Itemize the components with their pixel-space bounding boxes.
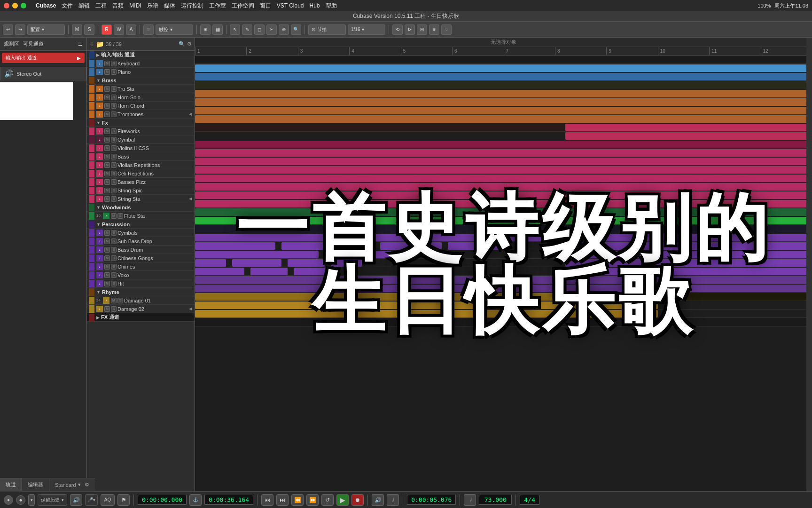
arrange-row-string-spic[interactable]: [195, 191, 812, 199]
snap-value[interactable]: ⊡ 节拍: [308, 24, 346, 35]
tempo-display[interactable]: 73.000: [479, 495, 512, 505]
record-button[interactable]: ⏺: [351, 494, 364, 506]
solo-chinese-gongs[interactable]: S: [111, 255, 117, 261]
track-item-violias[interactable]: ♪ M S Violias Repetitions: [87, 161, 195, 169]
block-sub-bass-4[interactable]: [448, 242, 509, 250]
tool-zoom[interactable]: 🔍: [291, 24, 301, 35]
arrange-row-cymbals[interactable]: [195, 233, 812, 242]
menu-help[interactable]: 帮助: [326, 2, 337, 10]
track-item-keyboard[interactable]: ♪ M S Keyboard: [87, 59, 195, 68]
track-item-string-sta[interactable]: ♪ M S String Sta ◀: [87, 195, 195, 203]
loop-btn[interactable]: ⟲: [392, 24, 403, 35]
menu-run[interactable]: 运行控制: [181, 2, 203, 10]
tool-eraser[interactable]: ◻: [254, 24, 265, 35]
mute-violins2[interactable]: M: [104, 145, 110, 151]
track-item-chinese-gongs[interactable]: ♪ M S Chinese Gongs: [87, 254, 195, 262]
inspector-menu-icon[interactable]: ☰: [78, 41, 83, 47]
track-item-woodwinds-folder[interactable]: ▼ Woodwinds: [87, 203, 195, 212]
solo-chimes[interactable]: S: [111, 264, 117, 270]
meter-display[interactable]: 4/4: [520, 495, 539, 505]
arrange-row-bass-drum[interactable]: [195, 250, 812, 259]
block-chinese-gongs-2[interactable]: [232, 259, 281, 267]
arrange-row-violins2[interactable]: [195, 149, 812, 157]
go-to-end-button[interactable]: ⏭: [276, 494, 289, 506]
tool-glue[interactable]: ⊕: [279, 24, 289, 35]
s-button[interactable]: S: [84, 24, 94, 35]
solo-cymbal[interactable]: S: [111, 137, 117, 143]
block-chinese-gongs-1[interactable]: [195, 259, 226, 267]
solo-string-sta[interactable]: S: [111, 196, 117, 202]
mute-chinese-gongs[interactable]: M: [104, 255, 110, 261]
history-dropdown[interactable]: 保留历史 ▾: [38, 494, 67, 506]
mute-bass-drum[interactable]: M: [104, 247, 110, 253]
block-chinese-gongs-4[interactable]: [331, 259, 362, 267]
arrange-row-bass[interactable]: [195, 157, 812, 166]
arrange-row-violias[interactable]: [195, 166, 812, 174]
menu-window[interactable]: 窗口: [260, 2, 271, 10]
block-bass-drum-2[interactable]: [325, 251, 417, 258]
tab-tracks[interactable]: 轨道: [0, 478, 22, 492]
block-cymbal[interactable]: [195, 141, 812, 148]
arrange-row-trusta[interactable]: [195, 89, 812, 98]
track-item-percussion-folder[interactable]: ▼ Percussion: [87, 220, 195, 229]
arrange-row-fireworks[interactable]: [195, 132, 812, 140]
folder-icon[interactable]: 📁: [96, 40, 104, 48]
mute-horn-solo[interactable]: M: [104, 95, 110, 100]
mute-damage01[interactable]: M: [111, 298, 117, 303]
mute-piano[interactable]: M: [104, 69, 110, 75]
mute-horn-chord[interactable]: M: [104, 103, 110, 109]
solo-violias[interactable]: S: [111, 162, 117, 168]
menu-workspace[interactable]: 工作空间: [232, 2, 254, 10]
arrange-row-cymbal[interactable]: [195, 140, 812, 149]
touch-icon[interactable]: ☞: [143, 24, 154, 35]
mute-string-sta[interactable]: M: [104, 196, 110, 202]
mute-voxo[interactable]: M: [104, 272, 110, 278]
arrange-row-voxo[interactable]: [195, 276, 812, 284]
arrange-row-damage01[interactable]: [195, 301, 812, 310]
track-item-fx-channel[interactable]: ▶ FX 通道: [87, 313, 195, 322]
arrange-row-basses-pizz[interactable]: [195, 183, 812, 191]
menu-media[interactable]: 媒体: [164, 2, 175, 10]
tab-editor[interactable]: 编辑器: [22, 478, 49, 492]
arrange-row-piano[interactable]: [195, 72, 812, 81]
solo-piano[interactable]: S: [111, 69, 117, 75]
solo-keyboard[interactable]: S: [111, 61, 117, 66]
track-item-fx-folder[interactable]: ▼ Fx: [87, 119, 195, 127]
mute-flute-sta[interactable]: M: [111, 213, 117, 219]
track-item-damage01[interactable]: 24 ♪ M S Damage 01: [87, 296, 195, 305]
maximize-button[interactable]: [21, 3, 26, 8]
menu-file[interactable]: 文件: [62, 2, 73, 10]
traffic-lights[interactable]: [4, 3, 26, 8]
grid-btn[interactable]: ⊟: [417, 24, 427, 35]
menu-midi[interactable]: MIDI: [129, 2, 141, 9]
tool-pencil[interactable]: ✎: [242, 24, 252, 35]
record-arm-button[interactable]: ●: [16, 495, 25, 505]
flag-button[interactable]: ⚑: [117, 494, 130, 506]
m-button[interactable]: M: [72, 24, 82, 35]
menu-studio[interactable]: 工作室: [209, 2, 226, 10]
block-sub-bass-2[interactable]: [281, 242, 374, 250]
speaker-icon[interactable]: 🔊: [70, 494, 82, 506]
menu-hub[interactable]: Hub: [310, 2, 320, 9]
tool-select[interactable]: ↖: [230, 24, 240, 35]
block-keyboard[interactable]: [195, 64, 812, 72]
block-violias[interactable]: [195, 166, 812, 174]
arrange-row-chimes[interactable]: [195, 267, 812, 276]
arrange-row-trombones[interactable]: [195, 115, 812, 123]
block-fx-folder[interactable]: [565, 124, 812, 131]
rewind-button[interactable]: ⏪: [291, 494, 304, 506]
track-item-voxo[interactable]: ♪ M S Voxo: [87, 271, 195, 279]
solo-celi[interactable]: S: [111, 171, 117, 176]
track-item-cymbal[interactable]: ♪ M S Cymbal: [87, 135, 195, 144]
block-string-spic[interactable]: [195, 191, 812, 199]
io-channel-button[interactable]: 输入/输出 通道 ▶: [2, 53, 85, 63]
solo-fireworks[interactable]: S: [111, 128, 117, 134]
minimize-button[interactable]: [12, 3, 18, 8]
track-item-cymbals[interactable]: ♪ M S Cymbals: [87, 229, 195, 237]
go-to-start-button[interactable]: ⏮: [261, 494, 273, 506]
track-item-piano[interactable]: ♪ M S Piano: [87, 68, 195, 76]
mute-chimes[interactable]: M: [104, 264, 110, 270]
block-sub-bass-1[interactable]: [195, 242, 275, 250]
arrange-row-chinese-gongs[interactable]: [195, 259, 812, 267]
block-bass-drum-1[interactable]: [195, 251, 319, 258]
